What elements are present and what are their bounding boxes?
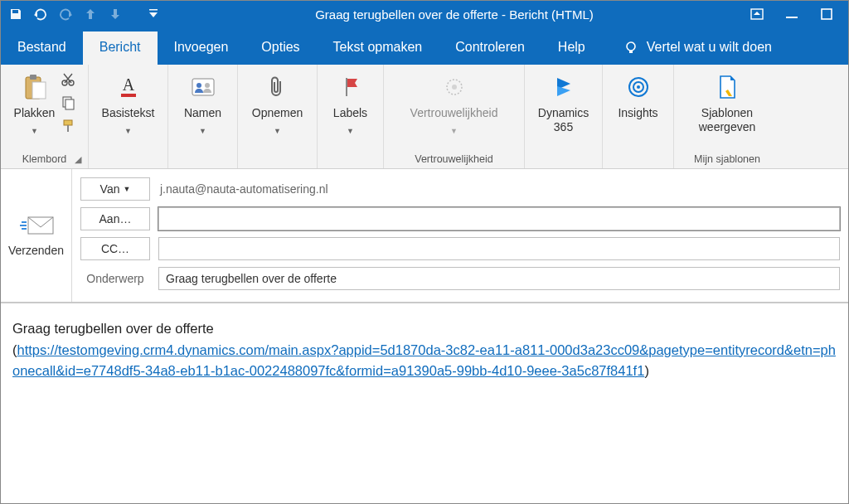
minimize-icon[interactable]: [780, 2, 803, 26]
dynamics-label: Dynamics 365: [538, 106, 589, 134]
flag-icon: [342, 73, 360, 101]
lightbulb-icon: [623, 40, 638, 55]
body-paren-close: ): [644, 363, 649, 378]
templates-label: Sjablonen weergeven: [687, 106, 767, 134]
dialog-launcher-icon[interactable]: ◢: [75, 154, 81, 165]
body-link[interactable]: https://testomgeving.crm4.dynamics.com/m…: [12, 342, 836, 379]
font-color-icon: A: [117, 73, 140, 101]
chevron-down-icon: ▼: [123, 185, 130, 193]
dynamics365-button[interactable]: Dynamics 365: [530, 70, 597, 134]
sensitivity-button[interactable]: Vertrouwelijkheid ▼: [402, 70, 507, 135]
names-label: Namen: [184, 106, 221, 120]
tell-me-search[interactable]: Vertel wat u wilt doen: [609, 32, 785, 65]
tags-label: Labels: [333, 106, 367, 120]
sensitivity-label: Vertrouwelijkheid: [410, 106, 498, 120]
group-label-sensitivity: Vertrouwelijkheid: [389, 152, 519, 168]
tab-options[interactable]: Opties: [245, 32, 316, 65]
undo-icon[interactable]: [31, 4, 51, 24]
paperclip-icon: [268, 73, 286, 101]
chevron-down-icon: ▼: [124, 127, 132, 135]
chevron-down-icon: ▼: [199, 127, 206, 135]
subject-label: Onderwerp: [80, 272, 150, 285]
basic-text-label: Basistekst: [102, 106, 155, 120]
svg-point-4: [627, 42, 635, 51]
sensitivity-icon: [444, 73, 465, 101]
svg-rect-16: [121, 94, 136, 97]
svg-rect-5: [629, 51, 633, 53]
save-icon[interactable]: [6, 4, 26, 24]
basic-text-button[interactable]: A Basistekst ▼: [94, 70, 163, 135]
from-button[interactable]: Van▼: [80, 177, 150, 201]
message-body[interactable]: Graag terugbellen over de offerte (https…: [1, 303, 848, 397]
insights-label: Insights: [618, 106, 657, 120]
insights-icon: [627, 73, 650, 101]
qat-customize-icon[interactable]: [143, 4, 163, 24]
tab-format-text[interactable]: Tekst opmaken: [317, 32, 439, 65]
tab-message[interactable]: Bericht: [83, 32, 158, 65]
svg-rect-0: [149, 9, 158, 11]
svg-point-22: [452, 85, 457, 90]
show-templates-button[interactable]: Sjablonen weergeven: [679, 70, 775, 134]
send-button[interactable]: Verzenden: [1, 169, 72, 302]
svg-rect-8: [32, 82, 46, 99]
templates-icon: [716, 73, 738, 101]
subject-field[interactable]: [158, 267, 840, 290]
body-line-1: Graag terugbellen over de offerte: [12, 318, 837, 340]
include-button[interactable]: Opnemen ▼: [244, 70, 311, 135]
dynamics-icon: [552, 73, 575, 101]
tell-me-label: Vertel wat u wilt doen: [647, 40, 772, 55]
names-button[interactable]: Namen ▼: [175, 70, 231, 135]
from-value: j.nauta@nauta-automatisering.nl: [158, 182, 328, 196]
compose-header: Verzenden Van▼ j.nauta@nauta-automatiser…: [1, 169, 848, 303]
maximize-icon[interactable]: [815, 2, 838, 26]
svg-rect-14: [67, 125, 69, 132]
cc-field[interactable]: [158, 237, 840, 260]
chevron-down-icon: ▼: [31, 127, 38, 135]
arrow-up-icon[interactable]: [80, 4, 100, 24]
cut-icon[interactable]: [60, 71, 76, 88]
ribbon-display-icon[interactable]: [745, 2, 769, 26]
insights-button[interactable]: Insights: [609, 70, 666, 120]
to-button[interactable]: Aan…: [80, 207, 150, 230]
svg-rect-3: [822, 9, 832, 19]
svg-rect-2: [786, 17, 798, 18]
clipboard-icon: [22, 73, 47, 101]
svg-rect-13: [64, 120, 72, 125]
title-bar: Graag terugbellen over de offerte - Beri…: [1, 1, 848, 27]
group-label-templates: Mijn sjablonen: [679, 152, 775, 168]
ribbon: Plakken ▼ Klembord◢ A Basistekst ▼: [1, 65, 848, 169]
envelope-send-icon: [20, 214, 53, 235]
svg-text:A: A: [122, 75, 134, 94]
group-label-clipboard: Klembord◢: [6, 152, 83, 168]
tab-insert[interactable]: Invoegen: [158, 32, 245, 65]
svg-point-18: [196, 83, 201, 88]
include-label: Opnemen: [252, 106, 303, 120]
svg-rect-12: [65, 99, 74, 109]
svg-rect-20: [346, 78, 347, 96]
window-title: Graag terugbellen over de offerte - Beri…: [163, 7, 745, 22]
svg-point-19: [205, 83, 210, 88]
address-book-icon: [191, 73, 216, 101]
tab-review[interactable]: Controleren: [439, 32, 541, 65]
to-field[interactable]: [158, 207, 840, 230]
copy-icon[interactable]: [60, 94, 76, 111]
chevron-down-icon: ▼: [347, 127, 354, 135]
arrow-down-icon[interactable]: [105, 4, 125, 24]
send-label: Verzenden: [8, 244, 64, 257]
cc-button[interactable]: CC…: [80, 237, 150, 260]
chevron-down-icon: ▼: [450, 127, 458, 135]
paste-button[interactable]: Plakken ▼: [12, 70, 57, 135]
svg-point-25: [637, 85, 640, 89]
svg-rect-7: [30, 75, 36, 80]
format-painter-icon[interactable]: [60, 118, 76, 134]
paste-label: Plakken: [14, 106, 56, 120]
chevron-down-icon: ▼: [274, 127, 281, 135]
tags-button[interactable]: Labels ▼: [323, 70, 379, 135]
ribbon-tabs: Bestand Bericht Invoegen Opties Tekst op…: [1, 27, 848, 65]
tab-file[interactable]: Bestand: [1, 32, 83, 65]
redo-icon[interactable]: [56, 4, 75, 24]
tab-help[interactable]: Help: [541, 32, 602, 65]
